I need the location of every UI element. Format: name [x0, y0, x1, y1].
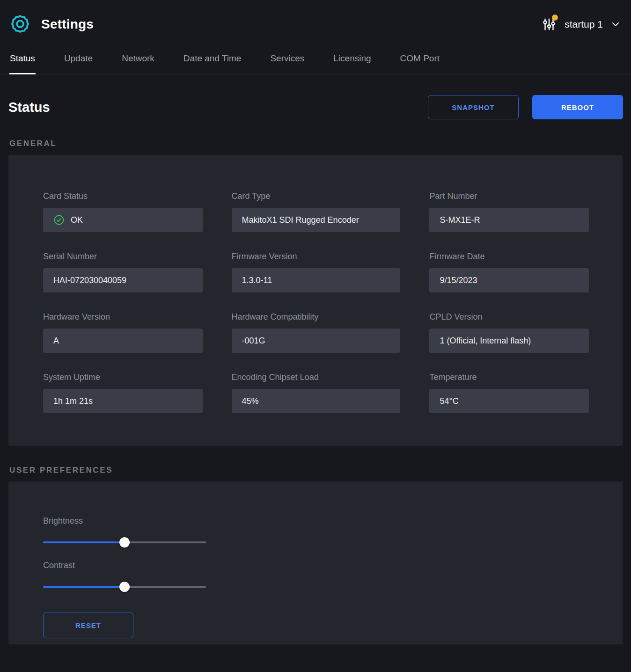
field-value: 9/15/2023 [440, 276, 477, 285]
preset-name: startup 1 [565, 19, 603, 30]
field-value-box: 1 (Official, Internal flash) [429, 329, 589, 353]
field-label: Encoding Chipset Load [232, 373, 401, 382]
field-label: Serial Number [43, 252, 203, 262]
field-value-box: S-MX1E-R [429, 208, 589, 232]
field-label: Card Status [43, 191, 203, 201]
field-value-box: MakitoX1 SDI Rugged Encoder [232, 208, 401, 232]
brightness-slider-thumb[interactable] [119, 537, 130, 548]
field-hardware-compatibility: Hardware Compatibility -001G [232, 312, 401, 353]
field-hardware-version: Hardware Version A [43, 312, 203, 353]
field-label: Card Type [232, 191, 401, 201]
field-label: Firmware Version [232, 252, 401, 262]
page-title: Status [8, 100, 50, 115]
field-value: 45% [242, 396, 259, 406]
contrast-slider-thumb[interactable] [119, 582, 130, 592]
contrast-label: Contrast [43, 561, 589, 570]
field-label: System Uptime [43, 373, 203, 382]
field-card-status: Card Status OK [43, 191, 203, 232]
tab-com-port[interactable]: COM Port [400, 47, 440, 74]
field-value: 1.3.0-11 [242, 276, 272, 285]
general-section-title: GENERAL [9, 139, 631, 148]
preset-sliders-icon [541, 16, 557, 33]
field-value: MakitoX1 SDI Rugged Encoder [242, 215, 359, 225]
field-part-number: Part Number S-MX1E-R [429, 191, 589, 232]
user-preferences-panel: Brightness Contrast RESET [8, 482, 623, 644]
field-value: HAI-072030040059 [53, 276, 126, 285]
tab-services[interactable]: Services [270, 47, 305, 74]
brightness-slider[interactable] [43, 537, 206, 548]
field-value: S-MX1E-R [440, 215, 480, 225]
field-value-box: 54°C [429, 389, 589, 413]
field-serial-number: Serial Number HAI-072030040059 [43, 252, 203, 292]
brightness-label: Brightness [43, 516, 589, 526]
settings-gear-icon [9, 14, 31, 35]
field-firmware-version: Firmware Version 1.3.0-11 [232, 252, 401, 292]
field-label: CPLD Version [429, 312, 589, 322]
tab-update[interactable]: Update [64, 47, 93, 74]
field-value-box: HAI-072030040059 [43, 268, 203, 292]
field-value-box: A [43, 329, 203, 353]
contrast-slider-fill [43, 586, 125, 588]
field-encoding-chipset-load: Encoding Chipset Load 45% [232, 373, 401, 413]
field-system-uptime: System Uptime 1h 1m 21s [43, 373, 203, 413]
field-value: 54°C [440, 396, 458, 406]
contrast-slider[interactable] [43, 582, 206, 592]
field-label: Firmware Date [429, 252, 589, 262]
field-value-box: 1.3.0-11 [232, 268, 401, 292]
preset-notification-dot [552, 15, 558, 21]
field-value: OK [71, 215, 83, 225]
field-value-box: -001G [232, 329, 401, 353]
app-title: Settings [41, 17, 94, 32]
field-value-box: 9/15/2023 [429, 268, 589, 292]
field-value: A [53, 336, 59, 346]
settings-tabbar: Status Update Network Date and Time Serv… [0, 47, 631, 74]
field-temperature: Temperature 54°C [429, 373, 589, 413]
tab-date-and-time[interactable]: Date and Time [183, 47, 242, 74]
tab-status[interactable]: Status [9, 47, 36, 74]
snapshot-button[interactable]: SNAPSHOT [428, 95, 519, 119]
field-label: Hardware Compatibility [232, 312, 401, 322]
field-value: -001G [242, 336, 265, 346]
preset-dropdown[interactable]: startup 1 [541, 16, 620, 33]
field-value: 1h 1m 21s [53, 396, 93, 406]
field-firmware-date: Firmware Date 9/15/2023 [429, 252, 589, 292]
user-preferences-section-title: USER PREFERENCES [9, 466, 631, 475]
tab-network[interactable]: Network [121, 47, 155, 74]
general-panel: Card Status OK Card Type MakitoX1 SDI Ru… [8, 155, 623, 446]
field-value: 1 (Official, Internal flash) [440, 336, 531, 346]
page-head: Status SNAPSHOT REBOOT [0, 74, 631, 119]
chevron-down-icon [611, 22, 620, 27]
field-label: Hardware Version [43, 312, 203, 322]
reboot-button[interactable]: REBOOT [532, 95, 623, 119]
app-header: Settings startup 1 [0, 0, 631, 47]
field-value-box: 1h 1m 21s [43, 389, 203, 413]
check-circle-icon [53, 214, 65, 226]
field-label: Temperature [429, 373, 589, 382]
field-cpld-version: CPLD Version 1 (Official, Internal flash… [429, 312, 589, 353]
tab-licensing[interactable]: Licensing [333, 47, 371, 74]
field-value-box: OK [43, 208, 203, 232]
brightness-slider-fill [43, 541, 125, 543]
field-value-box: 45% [232, 389, 401, 413]
field-label: Part Number [429, 191, 589, 201]
field-card-type: Card Type MakitoX1 SDI Rugged Encoder [232, 191, 401, 232]
reset-button[interactable]: RESET [43, 613, 133, 638]
